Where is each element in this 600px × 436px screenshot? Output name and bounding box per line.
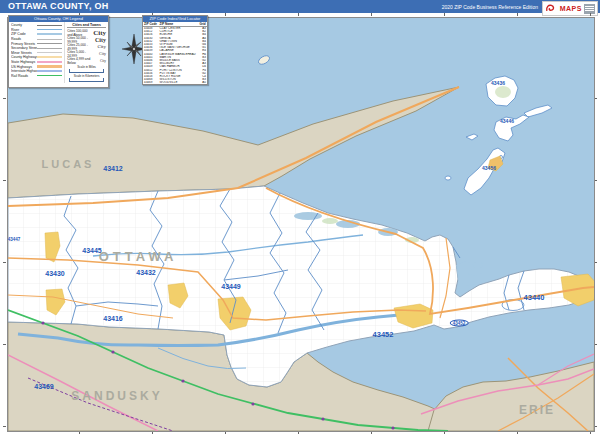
cell-grid: A5: [198, 81, 207, 84]
scale-km-bar: [69, 78, 104, 82]
legend-row-label: Primary Streets: [11, 42, 37, 46]
legend-row-label: Interstate Highways: [11, 69, 37, 73]
col-zip-code: ZIP Code: [143, 22, 159, 27]
table-row: 43469 WOODVILLE A5: [143, 81, 207, 84]
county-label-sandusky: SANDUSKY: [71, 389, 162, 403]
city-row-sample: City: [100, 59, 106, 63]
zip-index-rows: 43408 CLAY CENTER A3 43412 CURTICE B2 43…: [143, 27, 207, 85]
legend-row-label: Secondary Streets: [11, 46, 37, 50]
city-row-sample: City: [99, 51, 106, 56]
col-grid: Grid: [198, 22, 207, 27]
zip-label-43446: 43446: [500, 118, 514, 124]
legend-row-label: Minor Streets: [11, 51, 37, 55]
page: { "header": { "title": "OTTAWA COUNTY, O…: [0, 0, 600, 436]
legend-row-sample: [37, 51, 62, 54]
county-label-lucas: LUCAS: [42, 158, 95, 170]
zip-label-43447: 43447: [8, 237, 21, 242]
legend-row-sample: [37, 65, 62, 68]
zip-label-43469: 43469: [34, 383, 53, 390]
logo-text: MAPS: [560, 5, 582, 12]
header-bar: OTTAWA COUNTY, OH 2020 ZIP Code Business…: [0, 0, 600, 13]
legend-row-label: River: [11, 28, 37, 32]
legend-row-sample: [37, 70, 62, 73]
legend-box: Ottawa County, OH Legend County River ZI…: [8, 15, 109, 88]
scale-km: Scale in Kilometers: [67, 74, 106, 82]
county-label-erie: ERIE: [519, 403, 555, 417]
legend-row-sample: [37, 28, 62, 31]
zip-label-43440: 43440: [524, 293, 545, 302]
legend-row-label: US Highways: [11, 65, 37, 69]
legend-row-label: State Highways: [11, 60, 37, 64]
zip-label-43452: 43452: [373, 330, 394, 339]
zip-label-43449: 43449: [221, 283, 240, 290]
cell-zip: 43469: [143, 81, 159, 84]
zip-label-43430: 43430: [45, 270, 64, 277]
zip-index-box: ZIP Code Index/Grid Locator ZIP Code ZIP…: [142, 15, 208, 85]
legend-row-sample: [37, 24, 62, 27]
legend-row-sample: [37, 42, 62, 45]
legend-row-sample: [37, 47, 62, 50]
legend-city-items: Cities 100,000 and Above City Cities 50,…: [67, 29, 106, 64]
city-row-sample: City: [93, 29, 106, 37]
city-row-label: Cities 4,999 and Below: [67, 57, 93, 65]
zip-label-43412: 43412: [103, 165, 122, 172]
cell-name: WOODVILLE: [159, 81, 199, 84]
city-row-sample: City: [95, 37, 106, 43]
zip-label-43432: 43432: [136, 269, 155, 276]
grid-ruler-left: [3, 17, 6, 430]
legend-row-sample: [37, 74, 62, 77]
legend-row-sample: [37, 61, 62, 64]
city-row: Cities 4,999 and Below City: [67, 57, 106, 64]
county-label-ottawa: OTTAWA: [99, 249, 178, 264]
legend-row-label: Roads: [11, 37, 37, 41]
zip-label-43452-oval: 43452: [450, 320, 469, 327]
legend-row-sample: [37, 38, 62, 41]
scale-miles: Scale in Miles: [67, 65, 106, 73]
edition-label: 2020 ZIP Code Business Reference Edition: [442, 4, 538, 10]
zip-index-table: ZIP Code ZIP Name Grid 43408 CLAY CENTER…: [143, 22, 207, 85]
legend-line-items: County River ZIP Code Roads: [9, 22, 64, 83]
scale-miles-bar: [69, 69, 104, 73]
zip-label-43456: 43456: [482, 165, 496, 171]
logo-panel: [584, 4, 595, 14]
legend-row-label: Rail Roads: [11, 74, 37, 78]
page-title: OTTAWA COUNTY, OH: [8, 1, 109, 11]
legend-row-sample: [37, 33, 62, 36]
legend-row-label: County Highways: [11, 55, 37, 59]
cities-header: Cities and Towns: [67, 23, 106, 28]
zip-label-43416: 43416: [103, 315, 122, 322]
legend-row-label: ZIP Code: [11, 32, 37, 36]
legend-row-sample: [37, 56, 62, 59]
city-row-sample: City: [97, 44, 106, 49]
legend-row-label: County: [11, 23, 37, 27]
zip-label-43436: 43436: [491, 80, 505, 86]
green-island: [445, 176, 451, 180]
legend-row: Rail Roads: [11, 74, 62, 79]
